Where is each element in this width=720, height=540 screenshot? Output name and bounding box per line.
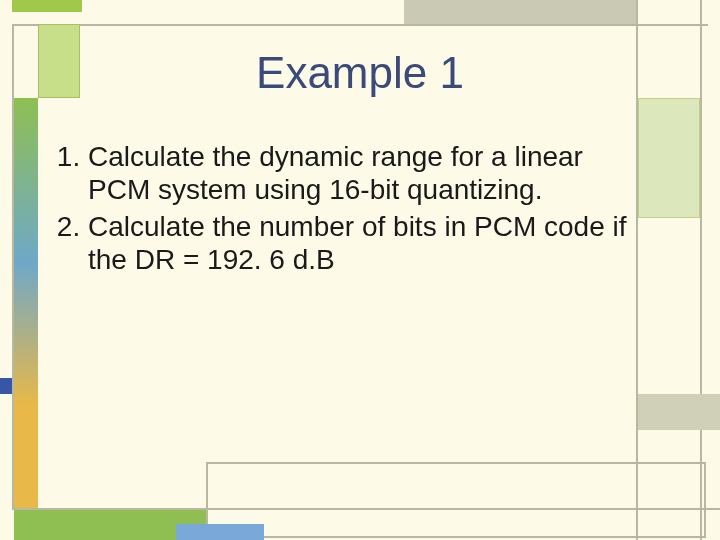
decor-bottom-box: [206, 462, 706, 538]
decor-right-green-box: [638, 98, 700, 218]
decor-bottom-blue: [176, 524, 264, 540]
decor-right-gray: [638, 394, 720, 430]
decor-top-green: [12, 0, 82, 12]
decor-top-line: [12, 24, 708, 26]
decor-left-gradient: [14, 98, 38, 508]
list-item: Calculate the dynamic range for a linear…: [88, 140, 644, 206]
list-item: Calculate the number of bits in PCM code…: [88, 210, 644, 276]
decor-left-blue: [0, 378, 12, 394]
decor-top-gray: [404, 0, 636, 24]
slide-title: Example 1: [0, 48, 720, 98]
slide-body: Calculate the dynamic range for a linear…: [44, 140, 644, 280]
slide: Example 1 Calculate the dynamic range fo…: [0, 0, 720, 540]
